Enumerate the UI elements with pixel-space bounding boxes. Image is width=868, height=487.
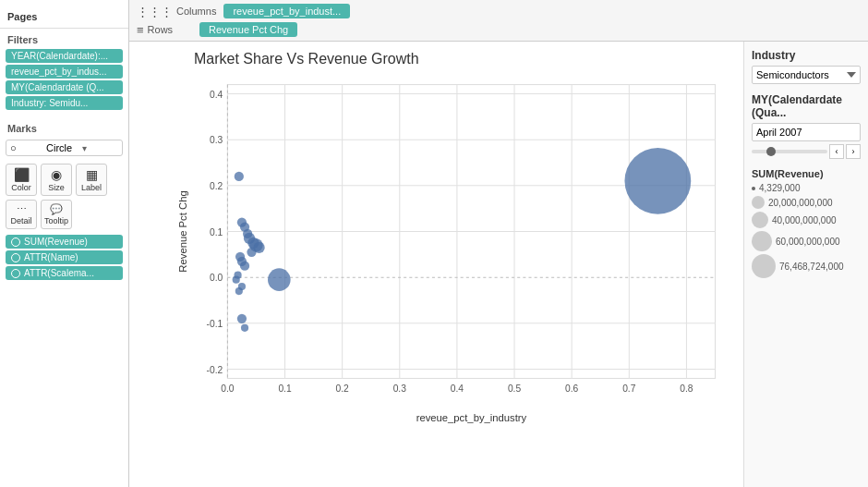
rows-row: ≡ Rows Revenue Pct Chg bbox=[137, 22, 861, 37]
columns-pill[interactable]: reveue_pct_by_indust... bbox=[223, 4, 350, 18]
svg-text:reveue_pct_by_industry: reveue_pct_by_industry bbox=[416, 412, 527, 423]
chart-title: Market Share Vs Revenue Growth bbox=[194, 51, 734, 67]
color-label: Color bbox=[11, 183, 31, 192]
measure-circle-icon bbox=[11, 253, 20, 262]
measure-chips-container: SUM(Revenue)ATTR(Name)ATTR(Scalema... bbox=[0, 235, 128, 280]
marks-dropdown-arrow: ▾ bbox=[82, 143, 118, 153]
size-label: Size bbox=[48, 183, 65, 192]
chart-point[interactable] bbox=[241, 324, 248, 332]
legend-circle-icon bbox=[752, 254, 776, 278]
tooltip-label: Tooltip bbox=[44, 216, 68, 225]
marks-type-label: Circle bbox=[46, 142, 82, 153]
chart-area: Market Share Vs Revenue Growth 0.00.10.2… bbox=[129, 42, 868, 487]
slider-thumb[interactable] bbox=[766, 147, 776, 156]
chart-point[interactable] bbox=[235, 287, 243, 295]
svg-text:0.3: 0.3 bbox=[210, 135, 223, 145]
measure-circle-icon bbox=[11, 269, 20, 278]
filter-chip[interactable]: Industry: Semidu... bbox=[6, 96, 123, 110]
svg-text:-0.1: -0.1 bbox=[207, 319, 223, 329]
legend-circle-icon bbox=[752, 231, 772, 251]
chart-point[interactable] bbox=[237, 314, 247, 323]
tooltip-button[interactable]: 💬 Tooltip bbox=[41, 200, 72, 229]
chart-main: Market Share Vs Revenue Growth 0.00.10.2… bbox=[129, 42, 743, 487]
svg-text:0.3: 0.3 bbox=[393, 384, 407, 394]
industry-select[interactable]: Semiconductors Technology Finance Health… bbox=[752, 66, 861, 84]
svg-text:0.8: 0.8 bbox=[680, 384, 693, 394]
tooltip-icon: 💬 bbox=[50, 203, 63, 215]
svg-text:0.4: 0.4 bbox=[451, 384, 464, 394]
legend-item: 4,329,000 bbox=[752, 183, 861, 193]
legend-item-label: 76,468,724,000 bbox=[779, 262, 844, 272]
slider-track bbox=[752, 150, 827, 153]
legend-title: SUM(Revenue) bbox=[752, 168, 861, 179]
chart-point[interactable] bbox=[247, 248, 256, 257]
svg-text:0.7: 0.7 bbox=[622, 384, 636, 394]
marks-circle-icon: ○ bbox=[10, 142, 46, 153]
date-label: MY(Calendardate (Qua... bbox=[752, 93, 861, 119]
measure-chip[interactable]: ATTR(Name) bbox=[6, 250, 123, 264]
chart-point[interactable] bbox=[233, 276, 240, 284]
label-icon: ▦ bbox=[86, 167, 98, 182]
columns-text: Columns bbox=[176, 6, 216, 17]
detail-icon: ⋯ bbox=[17, 203, 27, 215]
measure-chip[interactable]: ATTR(Scalema... bbox=[6, 266, 123, 280]
chart-point[interactable] bbox=[624, 148, 691, 214]
chart-point[interactable] bbox=[235, 172, 244, 181]
chart-point[interactable] bbox=[268, 268, 291, 291]
legend-item-label: 60,000,000,000 bbox=[776, 237, 840, 247]
columns-icon: ⋮⋮⋮ bbox=[137, 5, 173, 18]
measure-label: ATTR(Name) bbox=[24, 252, 78, 262]
rows-pill[interactable]: Revenue Pct Chg bbox=[199, 22, 297, 37]
svg-text:0.1: 0.1 bbox=[210, 227, 223, 237]
svg-text:0.0: 0.0 bbox=[210, 273, 223, 283]
svg-text:0.0: 0.0 bbox=[221, 384, 235, 394]
date-input[interactable] bbox=[752, 123, 861, 141]
filter-chip[interactable]: MY(Calendardate (Q... bbox=[6, 80, 123, 94]
legend-item: 40,000,000,000 bbox=[752, 212, 861, 228]
legend-dot-icon bbox=[752, 187, 755, 190]
legend-item: 20,000,000,000 bbox=[752, 196, 861, 209]
legend-item: 76,468,724,000 bbox=[752, 254, 861, 278]
svg-text:Revenue Pct Chg: Revenue Pct Chg bbox=[177, 190, 188, 272]
marks-type-dropdown[interactable]: ○ Circle ▾ bbox=[6, 140, 123, 156]
slider-container: ‹ › bbox=[752, 144, 861, 159]
svg-text:0.4: 0.4 bbox=[210, 90, 223, 100]
rows-icon: ≡ bbox=[137, 23, 144, 37]
filter-chip[interactable]: reveue_pct_by_indus... bbox=[6, 65, 123, 79]
marks-icons-row1: ⬛ Color ◉ Size ▦ Label bbox=[0, 160, 128, 200]
label-label: Label bbox=[81, 183, 102, 192]
pages-label: Pages bbox=[0, 7, 128, 26]
legend-item-label: 4,329,000 bbox=[759, 183, 801, 193]
rows-label: ≡ Rows bbox=[137, 23, 192, 37]
filters-label: Filters bbox=[0, 30, 128, 47]
svg-text:-0.2: -0.2 bbox=[207, 365, 223, 375]
right-panel: Industry Semiconductors Technology Finan… bbox=[743, 42, 868, 487]
legend-item: 60,000,000,000 bbox=[752, 231, 861, 251]
slider-next-button[interactable]: › bbox=[846, 144, 861, 159]
chart-point[interactable] bbox=[240, 262, 249, 271]
color-button[interactable]: ⬛ Color bbox=[6, 164, 37, 196]
toolbar: ⋮⋮⋮ Columns reveue_pct_by_indust... ≡ Ro… bbox=[129, 0, 868, 42]
label-button[interactable]: ▦ Label bbox=[76, 164, 107, 196]
detail-button[interactable]: ⋯ Detail bbox=[6, 200, 37, 229]
filter-chips-container: YEAR(Calendardate):...reveue_pct_by_indu… bbox=[0, 47, 128, 112]
legend-circle-icon bbox=[752, 212, 768, 228]
marks-label: Marks bbox=[0, 119, 128, 136]
chart-point[interactable] bbox=[235, 252, 245, 262]
svg-text:0.1: 0.1 bbox=[278, 384, 292, 394]
main-content: ⋮⋮⋮ Columns reveue_pct_by_indust... ≡ Ro… bbox=[129, 0, 868, 487]
svg-text:0.2: 0.2 bbox=[336, 384, 350, 394]
detail-label: Detail bbox=[10, 216, 31, 225]
size-button[interactable]: ◉ Size bbox=[41, 164, 72, 196]
slider-prev-button[interactable]: ‹ bbox=[829, 144, 844, 159]
chart-svg: 0.00.10.20.30.40.50.60.70.8-0.2-0.10.00.… bbox=[175, 75, 734, 426]
filter-chip[interactable]: YEAR(Calendardate):... bbox=[6, 49, 123, 63]
rows-text: Rows bbox=[148, 24, 174, 35]
measure-label: ATTR(Scalema... bbox=[24, 268, 94, 278]
sidebar: Pages Filters YEAR(Calendardate):...reve… bbox=[0, 0, 129, 487]
marks-icons-row2: ⋯ Detail 💬 Tooltip bbox=[0, 200, 128, 233]
svg-text:0.6: 0.6 bbox=[565, 384, 579, 394]
legend-items: 4,329,00020,000,000,00040,000,000,00060,… bbox=[752, 183, 861, 278]
legend-item-label: 40,000,000,000 bbox=[772, 215, 837, 225]
measure-chip[interactable]: SUM(Revenue) bbox=[6, 235, 123, 249]
